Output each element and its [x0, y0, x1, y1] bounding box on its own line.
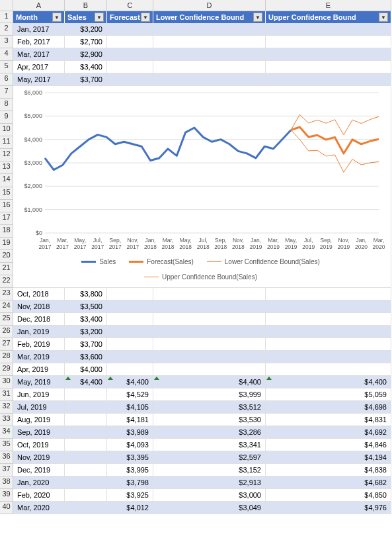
row-header[interactable]: 16 — [0, 200, 13, 212]
cell[interactable]: $3,395 — [107, 451, 153, 464]
row-header[interactable]: 17 — [0, 212, 13, 225]
cell[interactable] — [65, 476, 107, 489]
cell[interactable]: $3,200 — [65, 23, 107, 36]
cell[interactable]: $4,698 — [266, 401, 391, 414]
cell[interactable]: $3,798 — [107, 476, 153, 489]
row-header[interactable]: 27 — [0, 338, 13, 351]
row-header[interactable]: 1 — [0, 11, 13, 23]
filter-dropdown-icon[interactable]: ▼ — [141, 13, 150, 22]
cell[interactable] — [107, 363, 153, 376]
cell[interactable]: Feb, 2020 — [13, 489, 65, 502]
cell[interactable]: Mar, 2017 — [13, 48, 65, 61]
cell[interactable]: $4,529 — [107, 388, 153, 401]
cell[interactable] — [153, 48, 266, 61]
row-header[interactable]: 31 — [0, 388, 13, 401]
select-all-corner[interactable] — [0, 0, 13, 11]
cell[interactable]: Sep, 2019 — [13, 426, 65, 439]
cell[interactable] — [153, 300, 266, 313]
cell[interactable]: Aug, 2019 — [13, 414, 65, 426]
column-header[interactable]: A — [13, 0, 65, 11]
cell[interactable]: Nov, 2018 — [13, 300, 65, 313]
cell[interactable] — [65, 401, 107, 414]
row-header[interactable]: 4 — [0, 48, 13, 61]
row-header[interactable]: 32 — [0, 401, 13, 414]
row-header[interactable]: 26 — [0, 326, 13, 338]
cell[interactable] — [107, 300, 153, 313]
cell[interactable] — [266, 363, 391, 376]
cell[interactable]: $4,181 — [107, 414, 153, 426]
cell[interactable]: Jan, 2020 — [13, 476, 65, 489]
cell[interactable]: $4,194 — [266, 451, 391, 464]
cell[interactable] — [65, 502, 107, 514]
row-header[interactable]: 22 — [0, 275, 13, 288]
cell[interactable] — [107, 351, 153, 363]
cell[interactable] — [153, 73, 266, 86]
cell[interactable]: $3,152 — [153, 464, 266, 476]
filter-dropdown-icon[interactable]: ▼ — [52, 13, 61, 22]
cell[interactable]: $3,000 — [153, 489, 266, 502]
row-header[interactable]: 33 — [0, 414, 13, 426]
cell[interactable]: Apr, 2019 — [13, 363, 65, 376]
cell[interactable]: $3,200 — [65, 326, 107, 338]
row-header[interactable]: 24 — [0, 300, 13, 313]
column-header[interactable]: E — [266, 0, 391, 11]
row-header[interactable]: 9 — [0, 111, 13, 124]
row-header[interactable]: 13 — [0, 161, 13, 174]
row-header[interactable]: 19 — [0, 238, 13, 250]
cell[interactable] — [266, 36, 391, 48]
filter-dropdown-icon[interactable]: ▼ — [253, 13, 262, 22]
row-header[interactable]: 39 — [0, 489, 13, 502]
cell[interactable] — [153, 23, 266, 36]
cell[interactable]: $4,692 — [266, 426, 391, 439]
cell[interactable]: Dec, 2018 — [13, 313, 65, 326]
cell[interactable]: $3,800 — [65, 288, 107, 300]
cell[interactable]: $3,400 — [65, 313, 107, 326]
row-header[interactable]: 38 — [0, 476, 13, 489]
cell[interactable]: Apr, 2017 — [13, 61, 65, 73]
cell[interactable] — [266, 300, 391, 313]
spreadsheet-grid[interactable]: ABCDE1Month▼Sales▼Forecast▼Lower Confide… — [0, 0, 392, 514]
cell[interactable] — [65, 388, 107, 401]
row-header[interactable]: 29 — [0, 363, 13, 376]
cell[interactable] — [266, 61, 391, 73]
cell[interactable]: $2,900 — [65, 48, 107, 61]
cell[interactable]: $2,597 — [153, 451, 266, 464]
row-header[interactable]: 14 — [0, 174, 13, 187]
cell[interactable]: $3,400 — [65, 61, 107, 73]
cell[interactable]: $4,012 — [107, 502, 153, 514]
column-header[interactable]: D — [153, 0, 266, 11]
cell[interactable] — [65, 439, 107, 451]
cell[interactable] — [266, 73, 391, 86]
cell[interactable]: $4,000 — [65, 363, 107, 376]
cell[interactable]: Feb, 2017 — [13, 36, 65, 48]
row-header[interactable]: 15 — [0, 187, 13, 200]
cell[interactable]: May, 2019 — [13, 376, 65, 388]
cell[interactable] — [153, 338, 266, 351]
column-header[interactable]: C — [107, 0, 153, 11]
cell[interactable]: Jun, 2019 — [13, 388, 65, 401]
row-header[interactable]: 18 — [0, 225, 13, 238]
row-header[interactable]: 2 — [0, 23, 13, 36]
cell[interactable]: Jan, 2017 — [13, 23, 65, 36]
cell[interactable]: Dec, 2019 — [13, 464, 65, 476]
row-header[interactable]: 35 — [0, 439, 13, 451]
cell[interactable] — [266, 288, 391, 300]
cell[interactable] — [107, 326, 153, 338]
cell[interactable]: $2,700 — [65, 36, 107, 48]
row-header[interactable]: 7 — [0, 86, 13, 99]
cell[interactable]: Jan, 2019 — [13, 326, 65, 338]
cell[interactable]: $4,400 — [153, 376, 266, 388]
cell[interactable]: $4,682 — [266, 476, 391, 489]
row-header[interactable]: 30 — [0, 376, 13, 388]
cell[interactable] — [107, 23, 153, 36]
cell[interactable] — [107, 288, 153, 300]
cell[interactable] — [153, 288, 266, 300]
filter-dropdown-icon[interactable]: ▼ — [95, 13, 104, 22]
filter-dropdown-icon[interactable]: ▼ — [379, 13, 388, 22]
cell[interactable]: $4,093 — [107, 439, 153, 451]
cell[interactable] — [65, 414, 107, 426]
cell[interactable]: $4,400 — [107, 376, 153, 388]
row-header[interactable]: 28 — [0, 351, 13, 363]
cell[interactable] — [65, 451, 107, 464]
cell[interactable]: $3,286 — [153, 426, 266, 439]
